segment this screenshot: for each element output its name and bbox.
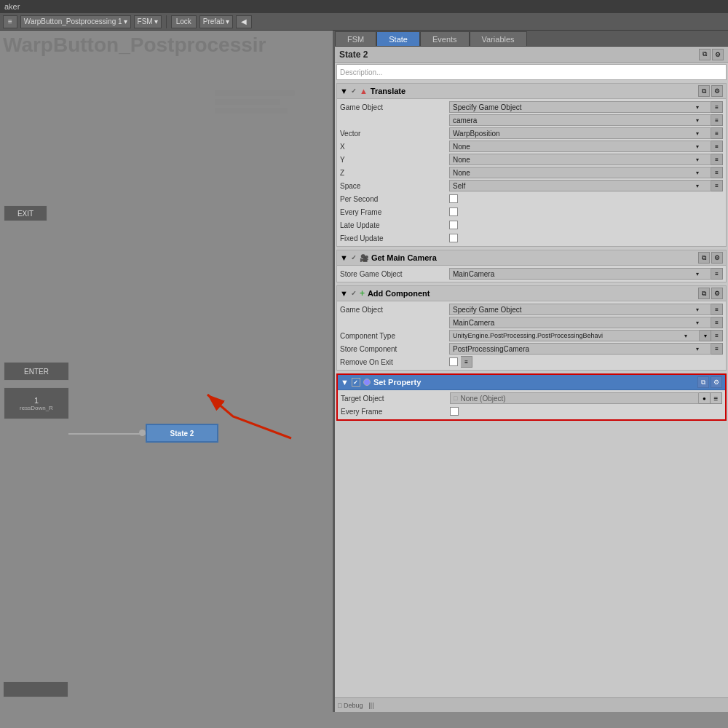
remove-on-exit-row: Remove On Exit ≡ — [337, 355, 726, 368]
component-type-side-btn1[interactable]: ▾ — [700, 330, 711, 341]
add-component-title: ▼ ✓ + Add Component — [340, 288, 430, 298]
space-side-btn[interactable]: ≡ — [711, 180, 723, 191]
get-main-camera-title: ▼ ✓ 🎥 Get Main Camera — [340, 253, 437, 262]
fsm-type-selector[interactable]: FSM▾ — [134, 15, 162, 28]
every-frame-checkbox-setprop[interactable] — [450, 407, 459, 416]
toolbar: ≡ WarpButton_Postprocessing 1▾ FSM▾ Lock… — [0, 13, 728, 31]
camera-dropdown[interactable]: camera — [449, 114, 711, 126]
target-object-eq-btn[interactable]: ≡ — [711, 392, 722, 404]
get-main-camera-header: ▼ ✓ 🎥 Get Main Camera ⧉ ⚙ — [337, 250, 726, 266]
translate-copy-icon[interactable]: ⧉ — [698, 85, 710, 97]
bottom-node — [3, 681, 68, 697]
add-comp-maincamera-side-btn[interactable]: ≡ — [711, 317, 723, 328]
translate-section: ▼ ✓ ▲ Translate ⧉ ⚙ Game Object Specify … — [336, 83, 727, 247]
title-bar: aker — [0, 0, 728, 13]
space-dropdown[interactable]: Self — [449, 180, 711, 191]
per-second-checkbox[interactable] — [449, 194, 458, 203]
late-update-row: Late Update — [337, 218, 726, 232]
connection-line — [68, 433, 146, 435]
get-main-camera-gear-icon[interactable]: ⚙ — [711, 252, 723, 264]
get-main-camera-section: ▼ ✓ 🎥 Get Main Camera ⧉ ⚙ Store Game Obj… — [336, 250, 727, 282]
sep1 — [166, 15, 167, 28]
z-side-btn[interactable]: ≡ — [711, 167, 723, 178]
graph-title: WarpButton_Postprocessir — [3, 33, 266, 57]
tab-fsm[interactable]: FSM — [335, 31, 376, 46]
prefab-button[interactable]: Prefab▾ — [199, 15, 233, 28]
store-component-side-btn[interactable]: ≡ — [711, 343, 723, 355]
component-type-row: Component Type UnityEngine.PostProcessin… — [337, 329, 726, 342]
vector-side-btn[interactable]: ≡ — [711, 127, 723, 139]
state1-node[interactable]: 1 ressDown_R — [4, 387, 69, 419]
every-frame-checkbox-translate[interactable] — [449, 207, 458, 216]
state-title: State 2 — [339, 50, 368, 60]
tab-state[interactable]: State — [376, 31, 420, 46]
target-object-circle-btn[interactable]: ● — [699, 392, 711, 404]
component-type-side-btn2[interactable]: ≡ — [711, 330, 723, 341]
y-side-btn[interactable]: ≡ — [711, 154, 723, 165]
remove-on-exit-side-btn[interactable]: ≡ — [461, 356, 472, 368]
store-component-row: Store Component PostProcessingCamera ≡ — [337, 342, 726, 355]
store-component-dropdown[interactable]: PostProcessingCamera — [449, 343, 711, 355]
add-comp-maincamera-dropdown[interactable]: MainCamera — [449, 317, 711, 328]
translate-title: ▼ ✓ ▲ Translate — [340, 87, 405, 95]
tab-events[interactable]: Events — [420, 31, 470, 46]
add-component-body: Game Object Specify Game Object ≡ MainCa… — [337, 301, 726, 370]
placeholder-block — [215, 90, 295, 116]
set-property-body: Target Object □ None (Object) ● ≡ Every … — [338, 390, 725, 419]
red-arrow — [167, 344, 313, 460]
target-object-value[interactable]: □ None (Object) — [450, 392, 699, 404]
description-field[interactable]: Description... — [336, 64, 727, 80]
connection-dot — [139, 430, 146, 436]
right-side: FSM State Events Variables State 2 ⧉ ⚙ — [335, 31, 728, 712]
translate-section-icons: ⧉ ⚙ — [698, 85, 723, 97]
store-game-object-side-btn[interactable]: ≡ — [711, 268, 723, 280]
add-component-copy-icon[interactable]: ⧉ — [698, 288, 710, 299]
y-dropdown[interactable]: None — [449, 154, 711, 165]
hamburger-btn[interactable]: ≡ — [3, 15, 17, 28]
add-component-section: ▼ ✓ + Add Component ⧉ ⚙ Game Object Spec… — [336, 285, 727, 371]
remove-on-exit-checkbox[interactable] — [449, 357, 458, 366]
game-object-side-btn[interactable]: ≡ — [711, 101, 723, 113]
set-property-header: ▼ ✓ Set Property ⧉ ⚙ — [338, 375, 725, 390]
set-property-copy-icon[interactable]: ⧉ — [697, 376, 709, 388]
x-dropdown[interactable]: None — [449, 141, 711, 152]
set-property-section: ▼ ✓ Set Property ⧉ ⚙ Target Object — [336, 373, 727, 421]
collapse-button[interactable]: ◀ — [236, 15, 252, 28]
add-component-icons: ⧉ ⚙ — [698, 288, 723, 299]
add-comp-game-object-dropdown[interactable]: Specify Game Object — [449, 304, 711, 315]
set-property-gear-icon[interactable]: ⚙ — [711, 376, 722, 388]
fixed-update-checkbox[interactable] — [449, 234, 458, 242]
copy-icon[interactable]: ⧉ — [699, 49, 711, 60]
get-main-camera-copy-icon[interactable]: ⧉ — [698, 252, 710, 264]
y-row: Y None ≡ — [337, 153, 726, 166]
camera-row: camera ≡ — [337, 114, 726, 127]
graph-panel: WarpButton_Postprocessir EXIT ENTER 1 re… — [0, 31, 335, 712]
exit-node[interactable]: EXIT — [4, 205, 47, 221]
x-side-btn[interactable]: ≡ — [711, 141, 723, 152]
add-component-gear-icon[interactable]: ⚙ — [711, 288, 723, 299]
translate-gear-icon[interactable]: ⚙ — [711, 85, 723, 97]
space-row: Space Self ≡ — [337, 179, 726, 192]
enter-node[interactable]: ENTER — [4, 362, 69, 381]
store-game-object-dropdown[interactable]: MainCamera — [449, 268, 711, 280]
state2-node[interactable]: State 2 — [146, 424, 218, 443]
fsm-selector[interactable]: WarpButton_Postprocessing 1▾ — [20, 15, 131, 28]
late-update-checkbox[interactable] — [449, 221, 458, 229]
lock-button[interactable]: Lock — [171, 15, 197, 28]
get-main-camera-icons: ⧉ ⚙ — [698, 252, 723, 264]
tab-variables[interactable]: Variables — [470, 31, 527, 46]
camera-side-btn[interactable]: ≡ — [711, 114, 723, 126]
add-comp-maincamera-row: MainCamera ≡ — [337, 316, 726, 329]
z-dropdown[interactable]: None — [449, 167, 711, 178]
set-property-check[interactable]: ✓ — [352, 378, 360, 387]
every-frame-row-translate: Every Frame — [337, 205, 726, 218]
add-comp-game-object-side-btn[interactable]: ≡ — [711, 304, 723, 315]
z-row: Z None ≡ — [337, 166, 726, 179]
vector-dropdown[interactable]: WarpBposition — [449, 127, 711, 139]
gear-icon[interactable]: ⚙ — [712, 49, 724, 60]
add-component-header: ▼ ✓ + Add Component ⧉ ⚙ — [337, 286, 726, 301]
translate-header: ▼ ✓ ▲ Translate ⧉ ⚙ — [337, 84, 726, 99]
component-type-dropdown[interactable]: UnityEngine.PostProcessing.PostProcessin… — [449, 330, 700, 341]
game-object-dropdown[interactable]: Specify Game Object — [449, 101, 711, 113]
set-property-title: ▼ ✓ Set Property — [341, 378, 421, 387]
